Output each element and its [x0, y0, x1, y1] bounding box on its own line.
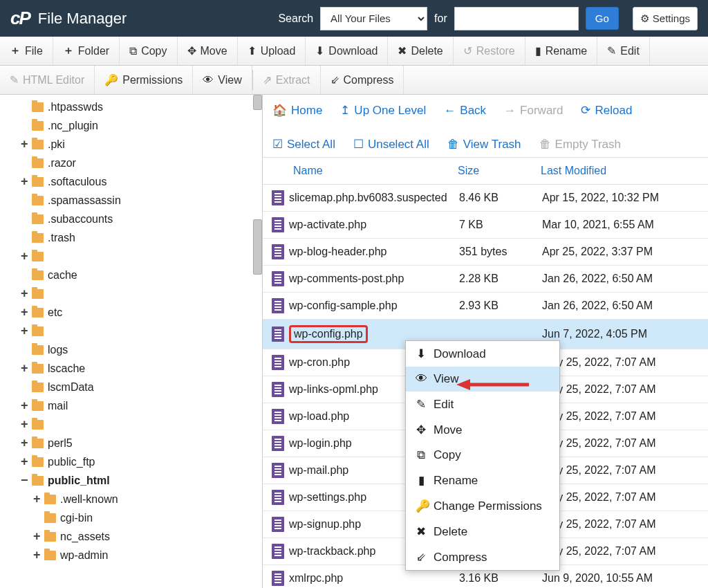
tree-folder-item[interactable]: +	[21, 284, 262, 303]
context-menu-delete[interactable]: ✖Delete	[406, 519, 559, 544]
new-file-button[interactable]: ＋File	[0, 37, 53, 65]
tree-folder-item[interactable]: cgi-bin	[21, 508, 262, 527]
column-size[interactable]: Size	[458, 165, 541, 177]
view-button[interactable]: 👁View	[193, 66, 252, 94]
expand-icon[interactable]: +	[21, 174, 28, 189]
document-icon	[272, 190, 284, 205]
context-menu-rename[interactable]: ▮Rename	[406, 468, 559, 493]
folder-icon	[32, 196, 44, 205]
file-row[interactable]: slicemap.php.bv6083.suspected8.46 KBApr …	[263, 185, 708, 212]
collapse-icon[interactable]: −	[21, 473, 28, 488]
nav-unselect-all[interactable]: ☐Unselect All	[353, 137, 429, 151]
tree-scrollbar-thumb[interactable]	[253, 219, 262, 275]
expand-icon[interactable]: +	[33, 492, 40, 506]
expand-icon[interactable]: +	[21, 305, 28, 320]
column-name[interactable]: Name	[293, 165, 458, 177]
settings-button[interactable]: ⚙ Settings	[633, 7, 698, 30]
copy-button[interactable]: ⧉Copy	[120, 37, 177, 65]
expand-icon[interactable]: +	[21, 398, 28, 413]
nav-home[interactable]: 🏠Home	[272, 103, 322, 118]
column-modified[interactable]: Last Modified	[541, 165, 708, 177]
expand-icon[interactable]: +	[21, 361, 28, 376]
expand-icon[interactable]: +	[21, 137, 28, 151]
tree-folder-item[interactable]: .razor	[21, 154, 262, 172]
nav-forward[interactable]: →Forward	[504, 103, 563, 118]
back-label: Back	[460, 104, 486, 118]
context-menu-download[interactable]: ⬇Download	[406, 341, 559, 367]
move-button[interactable]: ✥Move	[178, 37, 238, 65]
tree-folder-item[interactable]: .spamassassin	[21, 191, 262, 210]
tree-folder-item[interactable]: +	[21, 322, 262, 340]
tree-folder-item[interactable]: +	[21, 415, 262, 434]
context-menu-move[interactable]: ✥Move	[406, 417, 559, 443]
expand-icon[interactable]: +	[21, 324, 28, 338]
tree-folder-item[interactable]: +mail	[21, 396, 262, 415]
tree-folder-item[interactable]: +wp-admin	[21, 546, 262, 564]
tree-scrollbar-thumb[interactable]	[253, 95, 262, 110]
select-all-label: Select All	[287, 138, 335, 151]
tree-folder-item[interactable]: +lscache	[21, 359, 262, 378]
tree-folder-item[interactable]: +etc	[21, 303, 262, 322]
tree-folder-item[interactable]: +.well-known	[21, 490, 262, 508]
expand-icon[interactable]: +	[21, 417, 28, 432]
expand-icon[interactable]: +	[21, 249, 28, 264]
new-folder-button[interactable]: ＋Folder	[53, 37, 120, 65]
tree-folder-item[interactable]: logs	[21, 340, 262, 359]
extract-button[interactable]: ⇗Extract	[253, 66, 321, 94]
file-row[interactable]: wp-comments-post.php2.28 KBJan 26, 2022,…	[263, 266, 708, 293]
edit-button[interactable]: ✎Edit	[597, 37, 650, 65]
tree-folder-label: .spamassassin	[48, 194, 121, 207]
folder-icon	[44, 551, 56, 560]
upload-button[interactable]: ⬆Upload	[238, 37, 306, 65]
go-button[interactable]: Go	[586, 7, 619, 30]
toolbar-secondary: ✎HTML Editor 🔑Permissions 👁View ⇗Extract…	[0, 66, 708, 95]
tree-folder-item[interactable]: .nc_plugin	[21, 116, 262, 135]
context-menu-change-permissions[interactable]: 🔑Change Permissions	[406, 493, 559, 519]
expand-icon[interactable]: +	[21, 286, 28, 301]
expand-icon[interactable]: +	[33, 548, 40, 562]
tree-folder-item[interactable]: +	[21, 247, 262, 266]
tree-folder-label: cache	[48, 269, 77, 282]
expand-icon[interactable]: +	[33, 529, 40, 544]
file-type-icon	[267, 463, 289, 478]
expand-icon[interactable]: +	[21, 454, 28, 469]
tree-folder-item[interactable]: .subaccounts	[21, 210, 262, 228]
file-row[interactable]: wp-blog-header.php351 bytesApr 25, 2022,…	[263, 239, 708, 266]
file-row[interactable]: wp-config-sample.php2.93 KBJan 26, 2022,…	[263, 293, 708, 320]
folder-icon	[32, 233, 44, 243]
tree-folder-label: mail	[48, 400, 68, 412]
download-button[interactable]: ⬇Download	[306, 37, 388, 65]
tree-folder-item[interactable]: lscmData	[21, 378, 262, 396]
tree-folder-item[interactable]: +public_ftp	[21, 452, 262, 471]
nav-reload[interactable]: ⟳Reload	[581, 103, 632, 118]
tree-folder-item[interactable]: .htpasswds	[21, 98, 262, 116]
nav-select-all[interactable]: ☑Select All	[272, 137, 335, 151]
search-scope-select[interactable]: All Your Files	[320, 7, 427, 30]
nav-back[interactable]: ←Back	[444, 103, 486, 118]
context-menu-compress[interactable]: ⇙Compress	[406, 544, 559, 570]
context-menu-copy[interactable]: ⧉Copy	[406, 443, 559, 468]
tree-folder-item[interactable]: +perl5	[21, 434, 262, 452]
compress-button[interactable]: ⇙Compress	[321, 66, 404, 94]
folder-icon	[32, 345, 44, 355]
nav-empty-trash[interactable]: 🗑Empty Trash	[539, 137, 621, 151]
permissions-button[interactable]: 🔑Permissions	[95, 66, 193, 94]
nav-view-trash[interactable]: 🗑View Trash	[447, 137, 521, 151]
tree-folder-item[interactable]: +nc_assets	[21, 527, 262, 546]
search-input[interactable]	[454, 7, 579, 30]
file-row[interactable]: wp-activate.php7 KBMar 10, 2021, 6:55 AM	[263, 212, 708, 239]
delete-button[interactable]: ✖Delete	[388, 37, 453, 65]
context-menu-view[interactable]: 👁View	[406, 367, 559, 392]
nav-up-one-level[interactable]: ↥Up One Level	[340, 103, 426, 118]
restore-button[interactable]: ↺Restore	[454, 37, 525, 65]
tree-folder-item[interactable]: cache	[21, 266, 262, 284]
html-editor-button[interactable]: ✎HTML Editor	[0, 66, 95, 94]
context-menu-edit[interactable]: ✎Edit	[406, 392, 559, 417]
tree-folder-item[interactable]: +.softaculous	[21, 172, 262, 191]
rename-button[interactable]: ▮Rename	[525, 37, 597, 65]
tree-folder-item[interactable]: −public_html	[21, 471, 262, 490]
folder-icon	[32, 457, 44, 467]
expand-icon[interactable]: +	[21, 436, 28, 450]
tree-folder-item[interactable]: .trash	[21, 228, 262, 247]
tree-folder-item[interactable]: +.pki	[21, 135, 262, 154]
